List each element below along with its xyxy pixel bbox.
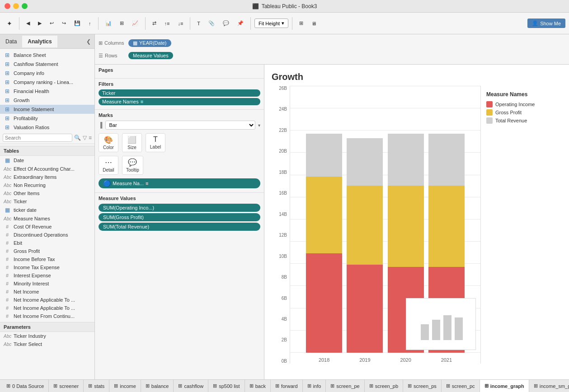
field-ebit[interactable]: # Ebit (0, 239, 94, 247)
field-discontinued-ops[interactable]: # Discontinued Operations (0, 231, 94, 239)
tooltip-button[interactable]: 💬 Tooltip (122, 156, 143, 175)
gross-profit-bar-2019 (347, 186, 383, 265)
status-tab-income[interactable]: ⊞ income (109, 380, 141, 392)
close-button[interactable] (5, 3, 10, 9)
back-button[interactable]: ◀ (23, 19, 33, 28)
data-source-profitability[interactable]: ⊞ Profitability (0, 114, 94, 123)
field-interest-expense[interactable]: # Interest Expense (0, 271, 94, 280)
sum-operating-income-pill[interactable]: SUM(Operating Inco...) (99, 204, 260, 212)
status-tab-forward[interactable]: ⊞ forward (271, 380, 303, 392)
tooltip-btn[interactable]: 💬 (220, 19, 232, 28)
clip-button[interactable]: 📎 (205, 19, 218, 28)
grid-button[interactable]: ⊞ (296, 19, 306, 28)
data-source-balance-sheet[interactable]: ⊞ Balance Sheet (0, 51, 94, 60)
data-source-valuation-ratios[interactable]: ⊞ Valuation Ratios (0, 123, 94, 132)
field-extraordinary-items[interactable]: Abc Extraordinary Items (0, 173, 94, 181)
pin-button[interactable]: 📌 (234, 19, 247, 28)
field-income-tax-expense[interactable]: # Income Tax Expense (0, 263, 94, 271)
maximize-button[interactable] (22, 3, 28, 9)
view-icon[interactable]: ≡ (89, 135, 92, 141)
data-source-growth[interactable]: ⊞ Growth (0, 96, 94, 105)
field-minority-interest[interactable]: # Minority Interest (0, 280, 94, 288)
data-source-status[interactable]: ⊞ 0 Data Source (2, 380, 49, 392)
marks-buttons-2: ⋯ Detail 💬 Tooltip (99, 156, 260, 175)
sum-gross-profit-pill[interactable]: SUM(Gross Profit) (99, 213, 260, 221)
field-income-before-tax[interactable]: # Income Before Tax (0, 255, 94, 263)
data-source-company-info[interactable]: ⊞ Company info (0, 69, 94, 78)
field-net-income-from-continuing[interactable]: # Net Income From Continu... (0, 312, 94, 320)
size-icon: ⬜ (127, 135, 136, 144)
show-me-button[interactable]: 👤 Show Me (527, 19, 565, 28)
collapse-icon[interactable]: ❮ (83, 36, 94, 47)
mini-chart-svg (419, 306, 464, 342)
filter-icon[interactable]: ▽ (83, 135, 87, 141)
table-button[interactable]: ⊞ (117, 19, 127, 28)
status-tab-cashflow[interactable]: ⊞ cashflow (174, 380, 208, 392)
status-tab-screen-pb[interactable]: ⊞ screen_pb (365, 380, 403, 392)
measure-values-pill[interactable]: Measure Values (128, 52, 173, 59)
status-tab-balance[interactable]: ⊞ balance (141, 380, 174, 392)
undo-button[interactable]: ↩ (47, 19, 57, 28)
field-net-income-applicable-1[interactable]: # Net Income Applicable To ... (0, 296, 94, 304)
chart-button[interactable]: 📊 (102, 19, 115, 28)
field-net-income-applicable-2[interactable]: # Net Income Applicable To ... (0, 304, 94, 312)
field-ticker[interactable]: Abc Ticker (0, 197, 94, 205)
data-source-cashflow[interactable]: ⊞ Cashflow Statement (0, 60, 94, 69)
data-source-company-ranking[interactable]: ⊞ Company ranking - Linea... (0, 78, 94, 87)
analytics-tab[interactable]: Analytics (22, 36, 57, 47)
field-net-income[interactable]: # Net Income (0, 288, 94, 296)
label-button[interactable]: T Label (146, 133, 165, 152)
minimize-button[interactable] (13, 3, 19, 9)
swap-button[interactable]: ⇄ (149, 19, 160, 28)
year-date-pill[interactable]: ▦ YEAR(Date) (128, 39, 171, 47)
status-tab-screener[interactable]: ⊞ screener (49, 380, 84, 392)
present-button[interactable]: 🖥 (308, 19, 320, 28)
filter-ticker[interactable]: Ticker (99, 89, 260, 97)
field-cost-of-revenue[interactable]: # Cost Of Revenue (0, 223, 94, 231)
field-gross-profit[interactable]: # Gross Profit (0, 247, 94, 255)
field-effect-accounting[interactable]: Abc Effect Of Accounting Char... (0, 165, 94, 173)
field-measure-names[interactable]: Abc Measure Names (0, 215, 94, 223)
search-input[interactable] (3, 134, 72, 142)
data-source-financial-health[interactable]: ⊞ Financial Health (0, 87, 94, 96)
save-button[interactable]: 💾 (71, 19, 84, 28)
size-button[interactable]: ⬜ Size (122, 133, 142, 152)
field-date[interactable]: ▦ Date (0, 156, 94, 165)
table-icon: ⊞ (4, 88, 11, 94)
detail-button[interactable]: ⋯ Detail (99, 156, 118, 175)
sort-desc-button[interactable]: ↓≡ (174, 19, 186, 28)
param-ticker-industry[interactable]: Abc Ticker Industry (0, 332, 94, 340)
status-tab-back[interactable]: ⊞ back (245, 380, 271, 392)
data-tab[interactable]: Data (0, 36, 22, 47)
measure-names-pill[interactable]: 🔵 Measure Na... ≡ (99, 178, 260, 188)
svg-rect-1 (432, 320, 440, 340)
color-button[interactable]: 🎨 Color (99, 133, 118, 152)
field-non-recurring[interactable]: Abc Non Recurring (0, 181, 94, 189)
redo-button[interactable]: ↪ (59, 19, 69, 28)
fit-height-button[interactable]: Fit Height ▾ (254, 19, 288, 28)
publish-button[interactable]: ↑ (85, 19, 94, 28)
field-other-items[interactable]: Abc Other Items (0, 189, 94, 197)
marks-type-select[interactable]: Bar Line Area Circle (105, 121, 255, 130)
status-tab-screen-pc[interactable]: ⊞ screen_pc (442, 380, 480, 392)
status-tab-income-graph[interactable]: ⊞ income_graph (480, 380, 529, 392)
status-tab-info[interactable]: ⊞ info (303, 380, 326, 392)
analytics-btn[interactable]: 📈 (129, 19, 141, 28)
sort-asc-button[interactable]: ↑≡ (161, 19, 173, 28)
sum-total-revenue-pill[interactable]: SUM(Total Revenue) (99, 223, 260, 231)
status-tab-income-sm[interactable]: ⊞ income_sm_gra... (529, 380, 569, 392)
text-button[interactable]: T (194, 19, 203, 28)
param-ticker-select[interactable]: Abc Ticker Select (0, 340, 94, 348)
field-ticker-date[interactable]: ▦ ticker date (0, 205, 94, 215)
status-tab-sp500[interactable]: ⊞ sp500 list (208, 380, 245, 392)
status-tab-stats[interactable]: ⊞ stats (84, 380, 109, 392)
status-tab-screen-pe[interactable]: ⊞ screen_pe (326, 380, 364, 392)
new-button[interactable]: ✦ (4, 18, 15, 29)
color-icon: 🎨 (104, 135, 113, 144)
data-source-income-statement[interactable]: ⊞ Income Statement (0, 105, 94, 114)
forward-button[interactable]: ▶ (35, 19, 45, 28)
data-list: ⊞ Balance Sheet ⊞ Cashflow Statement ⊞ C… (0, 49, 94, 379)
filter-measure-names[interactable]: Measure Names ≡ (99, 98, 260, 105)
status-tab-screen-ps[interactable]: ⊞ screen_ps (403, 380, 442, 392)
table-icon: ⊞ (4, 61, 11, 67)
